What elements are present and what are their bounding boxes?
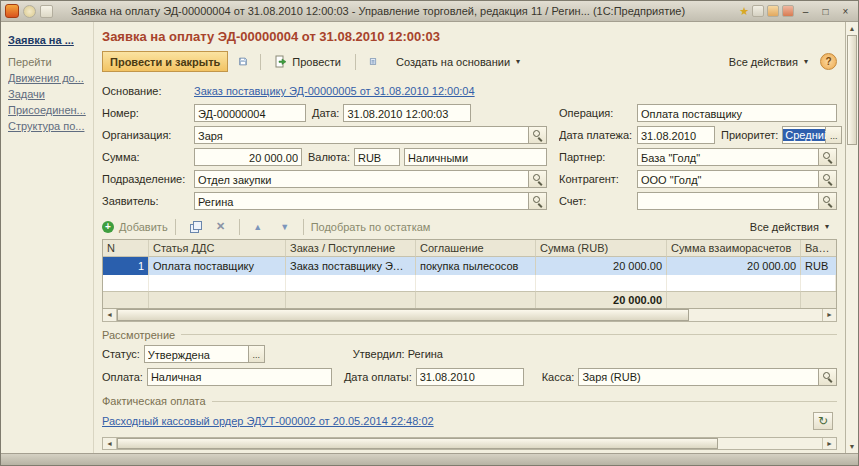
scrollbar-track[interactable] <box>689 309 822 321</box>
copy-row-button[interactable] <box>183 216 205 237</box>
post-button[interactable]: Провести <box>267 51 349 72</box>
minimize-button[interactable]: – <box>797 4 814 19</box>
osnovanie-link[interactable]: Заказ поставщику ЭД-00000005 от 31.08.20… <box>194 85 547 97</box>
cash-order-link[interactable]: Расходный кассовый ордер ЭДУТ-000002 от … <box>102 415 434 427</box>
column-header-zakaz[interactable]: Заказ / Поступление <box>286 240 416 257</box>
pick-by-balances-button[interactable]: Подобрать по остаткам <box>311 221 431 233</box>
table-horizontal-scrollbar[interactable]: ◄ ► <box>102 309 837 322</box>
delete-row-button[interactable]: ✕ <box>210 216 232 237</box>
favorites-star-icon[interactable]: ★ <box>739 5 749 18</box>
data-oplaty-field[interactable] <box>416 368 524 386</box>
kassa-field[interactable] <box>578 368 819 386</box>
scroll-up-icon[interactable]: ▲ <box>846 22 858 35</box>
operaciya-field[interactable] <box>637 104 837 122</box>
scroll-left-icon[interactable]: ◄ <box>103 309 117 321</box>
schet-label: Счет: <box>559 195 633 207</box>
schet-field[interactable] <box>637 192 819 210</box>
podrazdelenie-field[interactable] <box>194 170 529 188</box>
cell-valuta[interactable]: RUB <box>801 257 836 275</box>
scrollbar-thumb[interactable] <box>117 438 718 449</box>
scrollbar-thumb[interactable] <box>847 35 857 145</box>
partner-field[interactable] <box>637 148 819 166</box>
save-button[interactable] <box>232 51 254 72</box>
scroll-down-icon[interactable]: ▼ <box>846 440 858 453</box>
scrollbar-track[interactable] <box>718 438 822 449</box>
copy-icon <box>190 221 198 232</box>
summa-field[interactable] <box>194 148 302 166</box>
forma-oplaty-field[interactable] <box>404 148 547 166</box>
cell-soglashenie[interactable]: покупка пылесосов <box>416 257 536 275</box>
add-row-button[interactable]: Добавить <box>119 221 168 233</box>
sidebar-item-struktura[interactable]: Структура по... <box>8 120 88 132</box>
cell-n[interactable]: 1 <box>103 257 149 275</box>
column-header-summa-vz[interactable]: Сумма взаиморасчетов <box>667 240 801 257</box>
move-row-up-button[interactable]: ▲ <box>247 216 269 237</box>
scrollbar-thumb[interactable] <box>117 309 689 321</box>
list-icon <box>369 55 377 68</box>
valuta-field[interactable] <box>354 148 400 166</box>
organizaciya-field[interactable] <box>194 126 529 144</box>
create-based-on-button[interactable]: Создать на основании ▾ <box>388 51 528 72</box>
close-button[interactable]: × <box>837 4 854 19</box>
post-and-close-button[interactable]: Провести и закрыть <box>102 51 228 72</box>
table-row[interactable]: 1 Оплата поставщику Заказ поставщику ЭД-… <box>103 257 836 275</box>
schet-lookup-button[interactable] <box>819 192 837 210</box>
sidebar-item-zadachi[interactable]: Задачи <box>8 88 88 100</box>
maximize-button[interactable]: □ <box>817 4 834 19</box>
summa-label: Сумма: <box>102 151 190 163</box>
magnifier-icon <box>823 174 833 184</box>
zayavitel-lookup-button[interactable] <box>529 192 547 210</box>
titlebar-doc-icon[interactable] <box>40 5 53 18</box>
all-actions-button[interactable]: Все действия ▾ <box>721 51 816 72</box>
scroll-left-icon[interactable]: ◄ <box>103 438 117 449</box>
data-field[interactable] <box>343 104 471 122</box>
move-row-down-button[interactable]: ▼ <box>274 216 296 237</box>
column-header-valuta[interactable]: Вал... <box>801 240 836 257</box>
form-horizontal-scrollbar[interactable]: ◄ ► <box>102 437 837 450</box>
sidebar-item-dvizheniya[interactable]: Движения до... <box>8 72 88 84</box>
nomer-field[interactable] <box>194 104 306 122</box>
prioritet-field[interactable]: Средний <box>782 126 826 144</box>
refresh-button[interactable]: ↻ <box>813 412 833 430</box>
help-button[interactable]: ? <box>820 53 837 70</box>
scrollbar-track[interactable] <box>846 145 858 440</box>
column-header-summa[interactable]: Сумма (RUB) <box>536 240 667 257</box>
create-based-on-icon-button[interactable] <box>362 51 384 72</box>
column-header-soglashenie[interactable]: Соглашение <box>416 240 536 257</box>
cell-summa-vz[interactable]: 20 000.00 <box>667 257 801 275</box>
approved-by-text: Утвердил: Регина <box>353 348 443 360</box>
table-all-actions-button[interactable]: Все действия ▾ <box>742 216 837 237</box>
table-empty-row[interactable] <box>103 275 836 291</box>
valuta-label: Валюта: <box>308 151 350 163</box>
data-platezha-field[interactable] <box>637 126 715 144</box>
status-choose-button[interactable]: ... <box>249 345 265 363</box>
chevron-down-icon: ▾ <box>516 57 520 66</box>
scroll-right-icon[interactable]: ► <box>822 438 836 449</box>
form-vertical-scrollbar[interactable]: ▲ ▼ <box>845 22 858 453</box>
column-header-statya-dds[interactable]: Статья ДДС <box>149 240 286 257</box>
organizaciya-lookup-button[interactable] <box>529 126 547 144</box>
titlebar-round-icon[interactable] <box>23 5 36 18</box>
column-header-n[interactable]: N <box>103 240 149 257</box>
sidebar-item-prisoedinennye[interactable]: Присоединен... <box>8 104 88 116</box>
titlebar-tool-icon[interactable] <box>752 5 764 17</box>
kontragent-field[interactable] <box>637 170 819 188</box>
cell-summa[interactable]: 20 000.00 <box>536 257 667 275</box>
chevron-down-icon: ▾ <box>804 57 808 66</box>
oplata-field[interactable] <box>147 368 332 386</box>
status-field[interactable] <box>144 345 249 363</box>
cell-zakaz[interactable]: Заказ поставщику ЭД-00... <box>286 257 416 275</box>
titlebar: Заявка на оплату ЭД-00000004 от 31.08.20… <box>1 1 858 22</box>
toolbar-separator <box>175 219 176 235</box>
partner-lookup-button[interactable] <box>819 148 837 166</box>
scroll-right-icon[interactable]: ► <box>822 309 836 321</box>
titlebar-tool3-icon[interactable] <box>782 5 794 17</box>
kontragent-lookup-button[interactable] <box>819 170 837 188</box>
podrazdelenie-lookup-button[interactable] <box>529 170 547 188</box>
kassa-lookup-button[interactable] <box>819 368 837 386</box>
prioritet-choose-button[interactable]: ... <box>826 126 842 144</box>
titlebar-tool2-icon[interactable] <box>767 5 779 17</box>
cell-statya-dds[interactable]: Оплата поставщику <box>149 257 286 275</box>
zayavitel-field[interactable] <box>194 192 529 210</box>
sidebar-header-link[interactable]: Заявка на ... <box>8 34 88 46</box>
